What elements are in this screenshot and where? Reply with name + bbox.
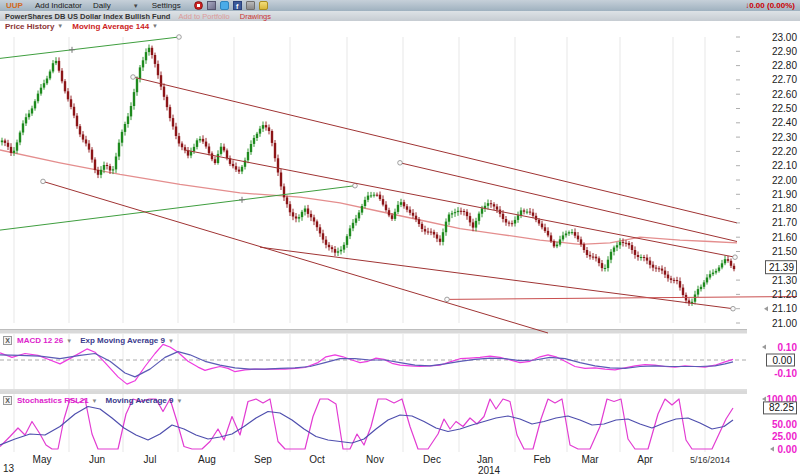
trendline-recent-channel-lower[interactable] — [260, 247, 735, 311]
month-label: Apr — [637, 454, 653, 465]
anchor-marker-icon — [770, 447, 774, 452]
fund-name: PowerShares DB US Dollar Index Bullish F… — [5, 12, 170, 21]
drag-handle — [177, 35, 182, 40]
month-label: Jun — [89, 454, 105, 465]
year-2014-label: 2014 — [478, 465, 501, 475]
trendline-long-channel-lower[interactable] — [41, 179, 548, 333]
moving-average-dropdown[interactable]: Moving Average 144 — [72, 22, 149, 31]
macd-tick-label: -0.10 — [774, 368, 797, 379]
twitter-icon[interactable] — [220, 1, 229, 10]
stoch-current-value: 82.25 — [769, 402, 794, 413]
anchor-marker-icon — [762, 397, 766, 402]
price-history-dropdown[interactable]: Price History — [5, 22, 54, 31]
month-label: Mar — [581, 454, 599, 465]
stoch-overlay-dropdown[interactable]: Moving Average 9 — [106, 396, 174, 405]
price-tick-label: 22.20 — [772, 146, 797, 157]
change-value: 0.00 (0.00%) — [749, 1, 795, 10]
price-tick-label: 22.10 — [772, 160, 797, 171]
price-tick-label: 21.80 — [772, 203, 797, 214]
trendline-resistance-upper-green[interactable] — [0, 35, 181, 59]
stoch-panel-header: X Stochastics RSI 21 ▼ Moving Average 9 … — [3, 396, 182, 405]
plus-handle — [239, 197, 245, 203]
macd-current-value: 0.00 — [773, 355, 793, 366]
chart-legend: Price History ▼ Moving Average 144 ▼ — [5, 21, 158, 31]
time-axis: MayJunJulAugSepOctNovDecJanFebMarApr1320… — [3, 454, 730, 475]
chart-application-window: UUP Add Indicator Daily ▼ Settings f ↓0.… — [0, 0, 800, 475]
price-tick-label: 22.60 — [772, 89, 797, 100]
drag-handle — [731, 306, 736, 311]
chat-icon[interactable] — [259, 1, 268, 10]
cube-icon[interactable] — [207, 1, 216, 10]
month-label: May — [33, 454, 52, 465]
macd-tick-label: 0.10 — [778, 342, 798, 353]
trendline-recent-channel-upper[interactable] — [185, 150, 737, 260]
trendlines — [0, 35, 797, 333]
chevron-down-icon[interactable]: ▼ — [152, 23, 158, 29]
stoch-tick-label: 50.00 — [772, 419, 797, 430]
drag-handle — [445, 297, 450, 302]
camera-icon[interactable] — [246, 1, 255, 10]
price-tick-label: 22.90 — [772, 46, 797, 57]
price-tick-label: 21.50 — [772, 246, 797, 257]
month-label: Dec — [423, 454, 441, 465]
drag-handle — [398, 161, 403, 166]
period-dropdown-icon[interactable]: ▼ — [133, 3, 139, 9]
settings-menu[interactable]: Settings — [152, 1, 181, 10]
macd-title-dropdown[interactable]: MACD 12 26 — [17, 336, 63, 345]
stoch-tick-label: 0.00 — [778, 444, 798, 455]
price-axis: 23.0022.9022.8022.7022.6022.5022.4022.30… — [736, 32, 797, 329]
price-tick-label: 21.70 — [772, 217, 797, 228]
drag-handle — [131, 75, 136, 80]
price-tick-label: 21.10 — [772, 303, 797, 314]
top-toolbar: UUP Add Indicator Daily ▼ Settings f ↓0.… — [0, 0, 800, 11]
anchor-marker-icon — [764, 306, 768, 311]
price-tick-label: 22.80 — [772, 60, 797, 71]
month-label: Aug — [198, 454, 216, 465]
plus-handle — [69, 47, 75, 53]
price-tick-label: 21.60 — [772, 232, 797, 243]
drag-handle — [41, 179, 46, 184]
drawings-link[interactable]: Drawings — [240, 12, 271, 21]
chevron-down-icon[interactable]: ▼ — [57, 23, 63, 29]
month-label: Jan — [477, 454, 493, 465]
quote-change: ↓0.00 (0.00%) — [745, 1, 800, 10]
facebook-icon[interactable]: f — [233, 1, 242, 10]
anchor-marker-icon — [762, 345, 766, 350]
trendline-support-green[interactable] — [0, 183, 357, 230]
stoch-title-dropdown[interactable]: Stochastics RSI 21 — [17, 396, 89, 405]
price-tick-label: 22.70 — [772, 74, 797, 85]
year-left-label: 13 — [3, 463, 15, 474]
drag-handle — [353, 183, 358, 188]
chevron-down-icon[interactable]: ▼ — [66, 338, 72, 344]
macd-overlay-dropdown[interactable]: Exp Moving Average 9 — [80, 336, 165, 345]
price-tick-label: 21.20 — [772, 289, 797, 300]
toolbar-icons: f — [194, 1, 268, 10]
stoch-close-button[interactable]: X — [3, 396, 12, 405]
symbol-label: UUP — [6, 1, 23, 10]
price-tick-label: 21.30 — [772, 275, 797, 286]
macd-panel-header: X MACD 12 26 ▼ Exp Moving Average 9 ▼ — [3, 336, 174, 345]
price-tick-label: 22.00 — [772, 175, 797, 186]
price-tick-label: 21.90 — [772, 189, 797, 200]
price-tick-label: 21.00 — [772, 318, 797, 329]
add-indicator-menu[interactable]: Add Indicator — [35, 1, 82, 10]
chevron-down-icon[interactable]: ▼ — [92, 398, 98, 404]
stoch-tick-label: 25.00 — [772, 431, 797, 442]
candlesticks — [1, 45, 735, 307]
drag-handle — [733, 255, 738, 260]
period-select[interactable]: Daily — [93, 1, 111, 10]
alarm-clock-icon[interactable] — [194, 1, 203, 10]
current-price-value: 21.39 — [769, 262, 794, 273]
month-label: Oct — [309, 454, 325, 465]
trendline-horizontal-support[interactable] — [445, 297, 797, 302]
month-label: Jul — [144, 454, 157, 465]
month-label: Sep — [254, 454, 272, 465]
chevron-down-icon[interactable]: ▼ — [168, 338, 174, 344]
price-chart-canvas[interactable]: 23.0022.9022.8022.7022.6022.5022.4022.30… — [0, 31, 800, 475]
macd-close-button[interactable]: X — [3, 336, 12, 345]
add-to-portfolio-link[interactable]: Add to Portfolio — [178, 12, 229, 21]
chevron-down-icon[interactable]: ▼ — [176, 398, 182, 404]
end-date-label: 5/16/2014 — [690, 455, 730, 465]
month-label: Nov — [366, 454, 384, 465]
month-label: Feb — [533, 454, 551, 465]
